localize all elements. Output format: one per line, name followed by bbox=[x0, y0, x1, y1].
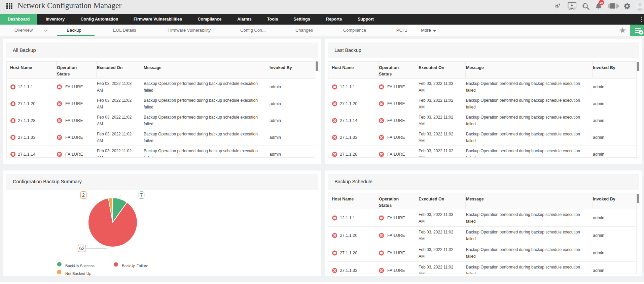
svg-text:62: 62 bbox=[79, 246, 84, 251]
svg-text:BackUp Failure: BackUp Failure bbox=[122, 264, 148, 268]
svg-text:29: 29 bbox=[600, 1, 603, 4]
svg-text:2: 2 bbox=[82, 192, 85, 198]
svg-text:Not Backed Up: Not Backed Up bbox=[65, 272, 91, 276]
svg-text:BackUp Success: BackUp Success bbox=[65, 264, 95, 268]
svg-text:7: 7 bbox=[140, 192, 143, 198]
